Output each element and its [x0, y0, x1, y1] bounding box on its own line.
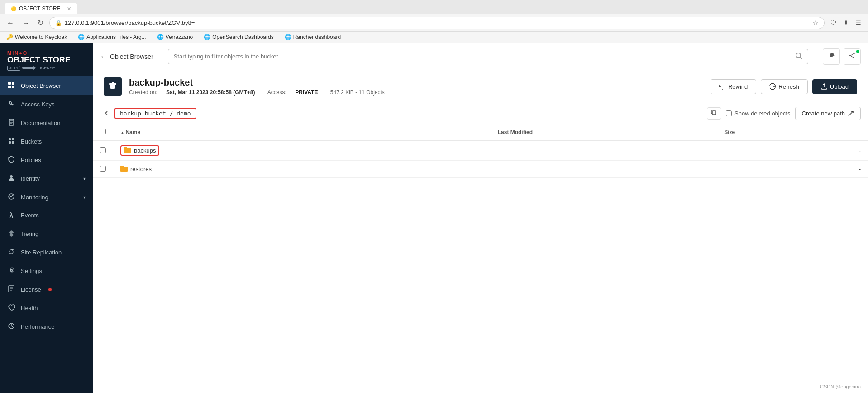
refresh-button[interactable]: Refresh — [761, 79, 808, 94]
sidebar-item-performance-label: Performance — [21, 323, 54, 330]
file-table-body: backups- restores - — [93, 141, 868, 178]
row-size-cell-backups: - — [717, 141, 868, 161]
search-bar[interactable] — [168, 49, 808, 64]
svg-marker-16 — [12, 249, 14, 251]
forward-button[interactable]: → — [20, 18, 32, 28]
menu-button[interactable]: ☰ — [854, 19, 863, 27]
row-checkbox-backups[interactable] — [100, 147, 106, 153]
address-input[interactable] — [65, 19, 810, 26]
svg-rect-0 — [22, 67, 35, 69]
sidebar-item-performance[interactable]: Performance — [0, 317, 93, 336]
bucket-icon — [104, 77, 122, 96]
bucket-name: backup-bucket — [129, 77, 390, 88]
profile-button[interactable]: 🛡 — [828, 19, 839, 27]
sidebar-item-buckets[interactable]: Buckets — [0, 132, 93, 151]
object-browser-back-link[interactable]: ← Object Browser — [100, 53, 153, 61]
path-back-button[interactable] — [100, 108, 113, 120]
bookmark-applications-icon: 🌐 — [78, 34, 85, 40]
sidebar-item-object-browser[interactable]: Object Browser — [0, 77, 93, 95]
col-name-header[interactable]: Name — [113, 124, 491, 141]
tab-favicon: 🟡 — [11, 6, 16, 11]
table-row[interactable]: backups- — [93, 141, 868, 161]
table-row[interactable]: restores - — [93, 161, 868, 178]
search-input[interactable] — [174, 53, 792, 60]
tab-close-icon[interactable]: ✕ — [67, 6, 71, 12]
bookmark-keycloak[interactable]: 🔑 Welcome to Keycloak — [5, 33, 69, 41]
sidebar-item-monitoring[interactable]: Monitoring ▾ — [0, 188, 93, 206]
upload-button[interactable]: Upload — [812, 79, 857, 94]
object-browser-icon — [7, 81, 15, 90]
create-new-path-button[interactable]: Create new path — [795, 107, 861, 120]
app-container: MIN●O OBJECT STORE AGPL LICENSE Object B… — [0, 43, 868, 393]
file-toolbar: backup-bucket / demo Show deleted object… — [93, 103, 868, 124]
top-bar-title: Object Browser — [110, 53, 153, 60]
folder-label-restores: restores — [130, 166, 152, 173]
show-deleted-checkbox[interactable] — [726, 110, 732, 116]
breadcrumb-path[interactable]: backup-bucket / demo — [114, 108, 196, 119]
sidebar-item-tiering[interactable]: Tiering — [0, 225, 93, 243]
logo-license: LICENSE — [38, 66, 55, 70]
sidebar-item-settings[interactable]: Settings — [0, 262, 93, 280]
sidebar-logo: MIN●O OBJECT STORE AGPL LICENSE — [0, 43, 93, 77]
svg-rect-11 — [12, 138, 14, 140]
share-button[interactable] — [844, 48, 861, 65]
row-name-cell-backups[interactable]: backups — [113, 141, 491, 161]
svg-marker-1 — [33, 66, 36, 70]
bookmark-applications[interactable]: 🌐 Applications Tiles - Arg... — [76, 33, 148, 41]
monitoring-chevron-icon: ▾ — [83, 195, 86, 200]
bookmark-opensearch[interactable]: 🌐 OpenSearch Dashboards — [202, 33, 275, 41]
settings-gear-button[interactable] — [823, 48, 840, 65]
svg-marker-17 — [9, 253, 10, 254]
sidebar-item-events-label: Events — [21, 212, 39, 219]
reload-button[interactable]: ↻ — [35, 18, 46, 28]
policies-icon — [7, 156, 15, 164]
row-name-cell-restores[interactable]: restores — [113, 161, 491, 178]
sidebar-item-events[interactable]: λ Events — [0, 206, 93, 225]
license-icon — [7, 285, 15, 294]
file-table: Name Last Modified Size backups- — [93, 124, 868, 178]
active-tab[interactable]: 🟡 OBJECT STORE ✕ — [5, 3, 77, 14]
bookmark-star-icon[interactable]: ☆ — [812, 19, 819, 27]
sidebar-item-identity-label: Identity — [21, 175, 40, 182]
select-all-checkbox[interactable] — [100, 129, 106, 134]
bookmark-rancher-icon: 🌐 — [285, 34, 291, 40]
row-checkbox-cell — [93, 141, 113, 161]
bookmark-rancher[interactable]: 🌐 Rancher dashboard — [283, 33, 343, 41]
row-size-cell-restores: - — [717, 161, 868, 178]
documentation-icon — [7, 119, 15, 127]
folder-name-restores[interactable]: restores — [120, 165, 483, 173]
top-bar: ← Object Browser — [93, 43, 868, 70]
bookmark-opensearch-icon: 🌐 — [204, 34, 210, 40]
rewind-button[interactable]: Rewind — [711, 79, 756, 94]
bucket-actions: Rewind Refresh Upload — [711, 79, 857, 94]
back-arrow-icon: ← — [100, 53, 107, 61]
bookmark-opensearch-label: OpenSearch Dashboards — [212, 34, 273, 40]
bookmark-verrazzano[interactable]: 🌐 Verrazzano — [155, 33, 195, 41]
bucket-info: backup-bucket Created on: Sat, Mar 11 20… — [129, 77, 390, 96]
folder-name-highlighted-backups[interactable]: backups — [120, 145, 159, 156]
sidebar-item-settings-label: Settings — [21, 268, 42, 274]
sidebar-item-health[interactable]: Health — [0, 299, 93, 317]
sidebar-item-policies[interactable]: Policies — [0, 151, 93, 169]
row-checkbox-restores[interactable] — [100, 166, 106, 172]
address-bar[interactable]: 🔒 ☆ — [49, 17, 825, 29]
svg-line-27 — [851, 53, 854, 55]
sidebar-item-license[interactable]: License — [0, 280, 93, 299]
create-new-path-label: Create new path — [802, 110, 845, 117]
bucket-header: backup-bucket Created on: Sat, Mar 11 20… — [93, 70, 868, 103]
bookmark-rancher-label: Rancher dashboard — [293, 34, 341, 40]
sidebar-item-access-keys[interactable]: Access Keys — [0, 95, 93, 114]
sidebar-item-identity[interactable]: Identity ▾ — [0, 169, 93, 188]
buckets-icon — [7, 137, 15, 146]
copy-path-button[interactable] — [707, 107, 721, 120]
sidebar-item-site-replication[interactable]: Site Replication — [0, 243, 93, 262]
show-deleted-label: Show deleted objects — [726, 110, 791, 117]
folder-icon-restores — [120, 165, 128, 173]
sidebar-item-tiering-label: Tiering — [21, 230, 38, 237]
sidebar-item-documentation[interactable]: Documentation — [0, 114, 93, 132]
svg-rect-4 — [8, 86, 11, 88]
back-button[interactable]: ← — [5, 18, 16, 28]
download-button[interactable]: ⬇ — [841, 19, 851, 27]
row-modified-cell-backups — [491, 141, 717, 161]
row-modified-cell-restores — [491, 161, 717, 178]
